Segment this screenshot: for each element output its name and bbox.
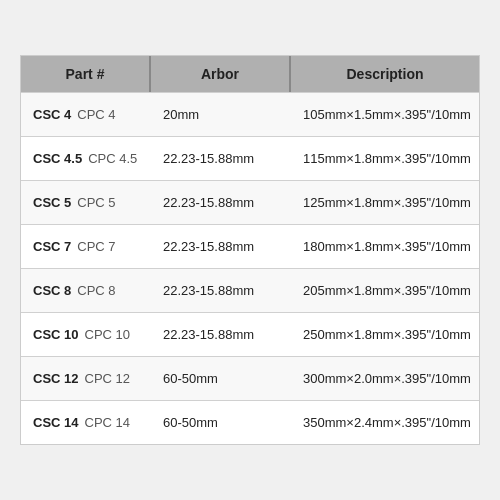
table-body: CSC 4 CPC 4 20mm 105mm×1.5mm×.395"/10mm … (21, 92, 479, 444)
part-cpc: CPC 12 (85, 371, 131, 386)
table-row: CSC 10 CPC 10 22.23-15.88mm 250mm×1.8mm×… (21, 312, 479, 356)
table-row: CSC 4 CPC 4 20mm 105mm×1.5mm×.395"/10mm (21, 92, 479, 136)
cell-description: 180mm×1.8mm×.395"/10mm (291, 233, 483, 260)
part-cpc: CPC 4 (77, 107, 115, 122)
cell-description: 350mm×2.4mm×.395"/10mm (291, 409, 483, 436)
header-description: Description (291, 56, 479, 92)
table-row: CSC 14 CPC 14 60-50mm 350mm×2.4mm×.395"/… (21, 400, 479, 444)
cell-arbor: 22.23-15.88mm (151, 277, 291, 304)
cell-part: CSC 5 CPC 5 (21, 189, 151, 216)
table-header: Part # Arbor Description (21, 56, 479, 92)
table-row: CSC 12 CPC 12 60-50mm 300mm×2.0mm×.395"/… (21, 356, 479, 400)
part-cpc: CPC 5 (77, 195, 115, 210)
cell-part: CSC 7 CPC 7 (21, 233, 151, 260)
part-csc: CSC 8 (33, 283, 71, 298)
cell-description: 205mm×1.8mm×.395"/10mm (291, 277, 483, 304)
cell-description: 105mm×1.5mm×.395"/10mm (291, 101, 483, 128)
header-part: Part # (21, 56, 151, 92)
cell-arbor: 60-50mm (151, 365, 291, 392)
cell-description: 125mm×1.8mm×.395"/10mm (291, 189, 483, 216)
cell-arbor: 22.23-15.88mm (151, 233, 291, 260)
part-csc: CSC 10 (33, 327, 79, 342)
cell-arbor: 20mm (151, 101, 291, 128)
cell-arbor: 22.23-15.88mm (151, 189, 291, 216)
header-arbor: Arbor (151, 56, 291, 92)
cell-part: CSC 4 CPC 4 (21, 101, 151, 128)
cell-part: CSC 4.5 CPC 4.5 (21, 145, 151, 172)
cell-part: CSC 14 CPC 14 (21, 409, 151, 436)
part-csc: CSC 4.5 (33, 151, 82, 166)
part-cpc: CPC 8 (77, 283, 115, 298)
cell-arbor: 60-50mm (151, 409, 291, 436)
part-csc: CSC 14 (33, 415, 79, 430)
cell-description: 115mm×1.8mm×.395"/10mm (291, 145, 483, 172)
part-csc: CSC 7 (33, 239, 71, 254)
cell-arbor: 22.23-15.88mm (151, 321, 291, 348)
part-cpc: CPC 4.5 (88, 151, 137, 166)
cell-description: 300mm×2.0mm×.395"/10mm (291, 365, 483, 392)
part-csc: CSC 12 (33, 371, 79, 386)
table-row: CSC 7 CPC 7 22.23-15.88mm 180mm×1.8mm×.3… (21, 224, 479, 268)
cell-part: CSC 12 CPC 12 (21, 365, 151, 392)
part-csc: CSC 4 (33, 107, 71, 122)
table-row: CSC 5 CPC 5 22.23-15.88mm 125mm×1.8mm×.3… (21, 180, 479, 224)
part-cpc: CPC 10 (85, 327, 131, 342)
cell-description: 250mm×1.8mm×.395"/10mm (291, 321, 483, 348)
product-table: Part # Arbor Description CSC 4 CPC 4 20m… (20, 55, 480, 445)
part-cpc: CPC 14 (85, 415, 131, 430)
cell-part: CSC 10 CPC 10 (21, 321, 151, 348)
cell-arbor: 22.23-15.88mm (151, 145, 291, 172)
table-row: CSC 4.5 CPC 4.5 22.23-15.88mm 115mm×1.8m… (21, 136, 479, 180)
cell-part: CSC 8 CPC 8 (21, 277, 151, 304)
table-row: CSC 8 CPC 8 22.23-15.88mm 205mm×1.8mm×.3… (21, 268, 479, 312)
part-csc: CSC 5 (33, 195, 71, 210)
part-cpc: CPC 7 (77, 239, 115, 254)
